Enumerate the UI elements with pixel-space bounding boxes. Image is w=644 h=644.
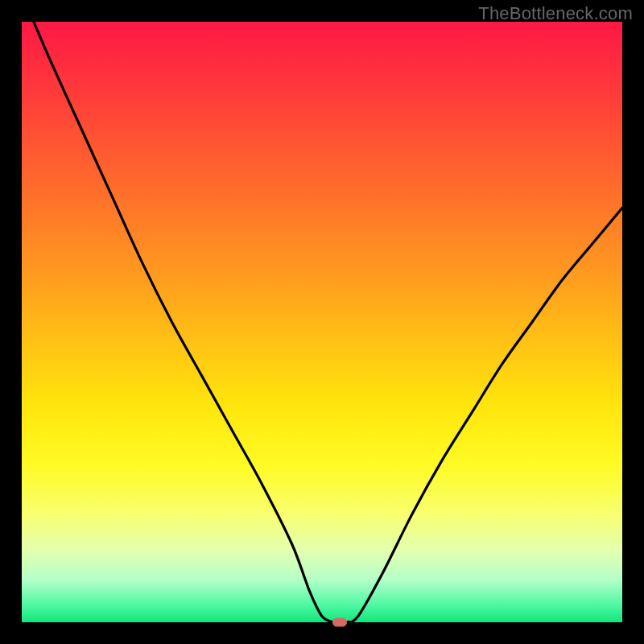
chart-frame: TheBottleneck.com — [0, 0, 644, 644]
watermark-text: TheBottleneck.com — [478, 3, 633, 24]
bottleneck-curve — [22, 22, 622, 622]
plot-area — [22, 22, 622, 622]
optimal-marker — [332, 618, 347, 627]
